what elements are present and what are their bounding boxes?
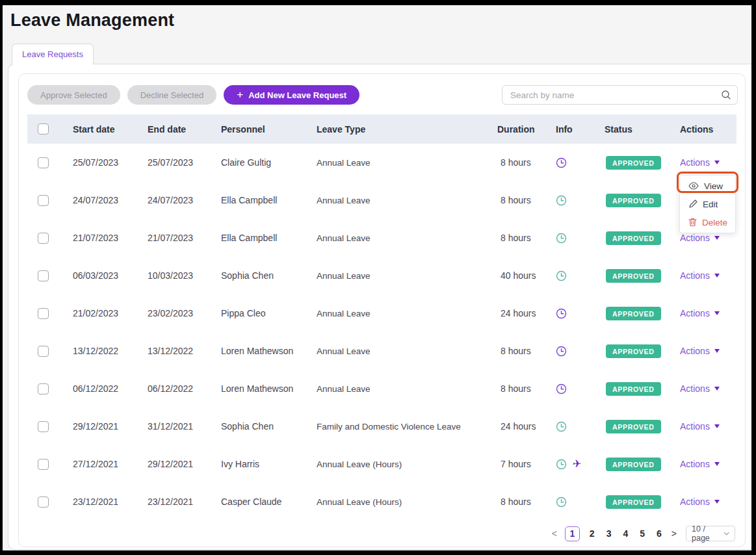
cell-leave-type: Family and Domestic Violence Leave xyxy=(317,422,497,432)
column-header-start-date: Start date xyxy=(73,124,148,135)
cell-leave-type: Annual Leave xyxy=(317,309,497,318)
caret-down-icon xyxy=(714,311,720,315)
cell-start-date: 29/12/2021 xyxy=(73,421,148,432)
menu-item-delete[interactable]: Delete xyxy=(680,213,735,231)
clock-icon xyxy=(556,270,567,281)
menu-item-label: View xyxy=(704,181,723,191)
search-input[interactable] xyxy=(502,85,738,105)
table-header-row: Start dateEnd datePersonnelLeave TypeDur… xyxy=(27,114,736,144)
menu-item-view[interactable]: View xyxy=(680,177,735,195)
row-actions-button[interactable]: Actions xyxy=(680,157,720,168)
clock-icon xyxy=(556,383,567,394)
row-actions-button[interactable]: Actions xyxy=(680,383,720,394)
row-actions-button[interactable]: Actions xyxy=(680,459,720,469)
cell-personnel: Ella Campbell xyxy=(221,233,317,243)
clock-icon xyxy=(556,421,567,432)
add-new-leave-request-button[interactable]: + Add New Leave Request xyxy=(224,85,359,105)
cell-info[interactable] xyxy=(556,270,605,281)
row-checkbox[interactable] xyxy=(38,421,49,432)
clock-icon xyxy=(556,157,567,168)
cell-start-date: 06/12/2022 xyxy=(73,383,148,394)
row-actions-button[interactable]: Actions xyxy=(680,346,720,356)
screen: Leave Management Leave Requests Approve … xyxy=(3,5,751,550)
row-actions-button[interactable]: Actions xyxy=(680,421,720,432)
pagination-page-4[interactable]: 4 xyxy=(621,528,630,539)
status-badge: APPROVED xyxy=(606,495,661,509)
actions-dropdown-menu: ViewEditDelete xyxy=(679,175,736,233)
row-checkbox[interactable] xyxy=(38,383,49,394)
caret-down-icon xyxy=(714,236,720,240)
cell-end-date: 29/12/2021 xyxy=(148,459,221,469)
cell-status: APPROVED xyxy=(605,156,680,170)
status-badge: APPROVED xyxy=(606,231,661,245)
column-header-leave-type: Leave Type xyxy=(317,124,497,135)
table-row: 25/07/202325/07/2023Claire GultigAnnual … xyxy=(27,144,736,181)
cell-duration: 24 hours xyxy=(497,308,556,318)
toolbar: Approve Selected Decline Selected + Add … xyxy=(27,85,359,105)
clock-icon xyxy=(556,233,567,244)
row-checkbox[interactable] xyxy=(38,157,49,168)
table-row: 21/02/202323/02/2023Pippa CleoAnnual Lea… xyxy=(27,294,736,332)
row-actions-button[interactable]: Actions xyxy=(680,270,720,281)
cell-leave-type: Annual Leave xyxy=(317,233,497,243)
cell-info[interactable]: ✈ xyxy=(556,459,605,470)
cell-info[interactable] xyxy=(556,346,605,357)
row-checkbox[interactable] xyxy=(38,308,49,319)
cell-info[interactable] xyxy=(556,497,605,508)
caret-down-icon xyxy=(714,462,720,466)
row-checkbox[interactable] xyxy=(38,346,49,357)
pagination-page-1[interactable]: 1 xyxy=(565,526,580,541)
pagination-page-6[interactable]: 6 xyxy=(655,528,664,539)
status-badge: APPROVED xyxy=(606,344,661,358)
row-actions-button[interactable]: Actions xyxy=(680,497,720,507)
cell-end-date: 13/12/2022 xyxy=(148,346,221,356)
cell-status: APPROVED xyxy=(605,458,680,471)
row-checkbox[interactable] xyxy=(38,270,49,281)
cell-info[interactable] xyxy=(556,421,605,432)
cell-info[interactable] xyxy=(556,383,605,394)
cell-info[interactable] xyxy=(556,157,605,168)
select-all-checkbox[interactable] xyxy=(38,123,49,135)
cell-duration: 7 hours xyxy=(497,459,556,469)
cell-status: APPROVED xyxy=(605,231,680,245)
chevron-down-icon xyxy=(723,532,729,536)
approve-selected-button[interactable]: Approve Selected xyxy=(27,85,120,105)
table-row: 29/12/202131/12/2021Sophia ChenFamily an… xyxy=(27,407,736,445)
menu-item-edit[interactable]: Edit xyxy=(680,195,735,213)
add-button-label: Add New Leave Request xyxy=(248,90,346,100)
plus-icon: + xyxy=(237,89,243,100)
clock-icon xyxy=(556,346,567,357)
row-checkbox[interactable] xyxy=(38,195,49,206)
pagination-page-2[interactable]: 2 xyxy=(588,528,597,539)
cell-end-date: 23/02/2023 xyxy=(148,308,221,318)
pagination-next-icon[interactable]: > xyxy=(670,528,678,539)
row-checkbox[interactable] xyxy=(38,497,49,508)
tab-leave-requests[interactable]: Leave Requests xyxy=(12,44,94,64)
cell-end-date: 10/03/2023 xyxy=(148,270,221,281)
cell-info[interactable] xyxy=(556,195,605,206)
row-actions-button[interactable]: Actions xyxy=(680,233,720,243)
cell-status: APPROVED xyxy=(605,344,680,358)
caret-down-icon xyxy=(714,500,720,504)
cell-leave-type: Annual Leave xyxy=(317,271,497,281)
pagination-page-3[interactable]: 3 xyxy=(605,528,614,539)
row-checkbox[interactable] xyxy=(38,459,49,470)
cell-start-date: 25/07/2023 xyxy=(73,157,148,168)
cell-personnel: Loren Mathewson xyxy=(221,346,317,356)
pagination: < 123456 > 10 / page xyxy=(551,525,735,542)
pagination-prev-icon[interactable]: < xyxy=(551,528,558,539)
pagination-page-5[interactable]: 5 xyxy=(638,528,647,539)
cell-info[interactable] xyxy=(556,233,605,244)
page-size-select[interactable]: 10 / page xyxy=(686,526,735,541)
cell-duration: 8 hours xyxy=(497,233,556,243)
row-checkbox[interactable] xyxy=(38,233,49,244)
row-actions-button[interactable]: Actions xyxy=(680,308,720,318)
cell-leave-type: Annual Leave xyxy=(317,196,497,205)
decline-selected-button[interactable]: Decline Selected xyxy=(127,85,217,105)
cell-leave-type: Annual Leave xyxy=(317,346,497,356)
cell-info[interactable] xyxy=(556,308,605,319)
cell-leave-type: Annual Leave xyxy=(317,384,497,394)
column-header-actions: Actions xyxy=(680,124,736,135)
search-icon[interactable] xyxy=(721,90,731,103)
caret-down-icon xyxy=(714,161,720,164)
